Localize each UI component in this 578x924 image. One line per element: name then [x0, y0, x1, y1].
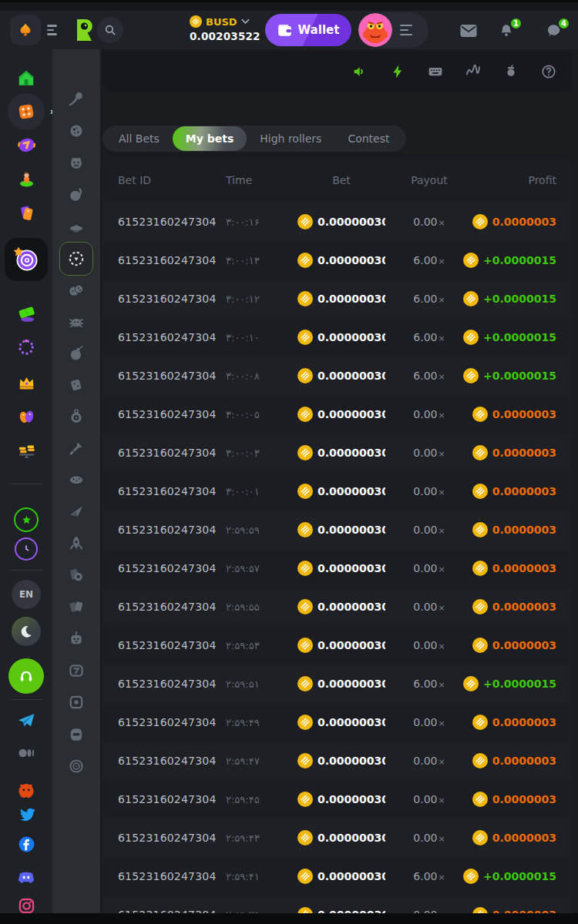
bet-row[interactable]: 61523160247304۲:۵۹:۵۳0.000000300.00×0.00…	[102, 626, 572, 665]
sidebar-item-telegram[interactable]	[0, 711, 52, 731]
profit-cell: +0.0000015	[463, 253, 556, 268]
chat-button[interactable]: 4	[544, 22, 564, 40]
bet-row[interactable]: 61523160247304۳:۰۰:۱۳0.000000306.00×+0.0…	[102, 241, 572, 280]
wallet-label: Wallet	[298, 23, 340, 37]
game-item-sword[interactable]	[52, 439, 100, 457]
game-item-slot-frame[interactable]	[52, 661, 100, 680]
turbo-icon[interactable]	[388, 62, 407, 81]
tab-all-bets[interactable]: All Bets	[106, 126, 173, 152]
game-item-fireball[interactable]	[52, 186, 100, 204]
sidebar-item-recent-clock[interactable]	[0, 537, 52, 561]
bet-row[interactable]: 61523160247304۳:۰۰:۰۵0.000000300.00×0.00…	[102, 395, 572, 434]
game-item-saucer[interactable]	[52, 470, 100, 489]
sidebar-item-refer-hug[interactable]	[0, 406, 52, 427]
sidebar-item-language[interactable]: EN	[0, 580, 52, 609]
game-item-cookies[interactable]	[52, 281, 100, 300]
game-item-flying-cards[interactable]	[52, 598, 100, 616]
sidebar-toggle-icon[interactable]	[47, 23, 62, 37]
game-item-pocket-watch[interactable]	[52, 407, 100, 426]
sidebar-item-github[interactable]	[0, 781, 52, 801]
sidebar-item-casino-dice[interactable]: ›	[0, 93, 52, 130]
sidebar-item-theme-moon[interactable]	[0, 617, 52, 646]
game-item-crash-comet[interactable]	[52, 89, 100, 108]
hotkeys-icon[interactable]	[426, 62, 445, 81]
sidebar-item-support-headset[interactable]	[0, 658, 52, 694]
bet-row[interactable]: 61523160247304۲:۵۹:۴۳0.000000300.00×0.00…	[102, 819, 572, 857]
bet-row[interactable]: 61523160247304۲:۵۹:۴۹0.000000300.00×0.00…	[102, 703, 572, 742]
payout-cell: 6.00×	[395, 870, 463, 882]
wallet-button[interactable]: Wallet	[265, 14, 351, 46]
bet-amount-cell: 0.00000030	[287, 214, 395, 229]
search-button[interactable]	[97, 17, 123, 43]
game-item-monster[interactable]	[52, 153, 100, 172]
bet-row[interactable]: 61523160247304۲:۵۹:۵۹0.000000300.00×0.00…	[102, 511, 572, 549]
game-item-origami[interactable]	[52, 502, 100, 521]
game-item-robot[interactable]	[52, 630, 100, 648]
bet-row[interactable]: 61523160247304۳:۰۰:۱۶0.000000300.00×0.00…	[102, 203, 572, 241]
avatar[interactable]	[358, 13, 392, 47]
bet-row[interactable]: 61523160247304۳:۰۰:۰۱0.000000300.00×0.00…	[102, 472, 572, 511]
bet-row[interactable]: 61523160247304۳:۰۰:۱۰0.000000306.00×+0.0…	[102, 318, 572, 357]
notifications-button[interactable]: 1	[496, 22, 516, 40]
spade-brand-button[interactable]	[10, 15, 41, 45]
game-item-crab[interactable]	[52, 313, 100, 331]
sidebar-item-bonus-ticket[interactable]	[0, 303, 52, 323]
bet-row[interactable]: 61523160247304۲:۵۹:۴۵0.000000300.00×0.00…	[102, 780, 572, 819]
help-icon[interactable]	[539, 62, 558, 81]
tab-my-bets[interactable]: My bets	[173, 126, 247, 151]
tab-high-rollers[interactable]: High rollers	[247, 126, 334, 152]
game-item-dice-cup[interactable]	[52, 376, 100, 394]
inbox-button[interactable]	[459, 22, 479, 40]
game-item-ufo[interactable]	[52, 218, 100, 236]
game-item-square-frame[interactable]	[52, 693, 100, 711]
busd-coin-icon	[472, 561, 488, 576]
sidebar-item-live-person[interactable]	[0, 169, 52, 189]
bet-row[interactable]: 61523160247304۲:۵۹:۳۹0.000000300.00×0.00…	[102, 896, 572, 913]
bet-amount: 0.00000030	[318, 254, 385, 266]
sidebar-item-dartboard-tile[interactable]	[0, 238, 52, 281]
bet-list-icon[interactable]	[400, 25, 414, 35]
game-item-bomb[interactable]	[52, 344, 100, 363]
sidebar-item-vip-crown[interactable]	[0, 372, 52, 393]
busd-coin-icon	[472, 407, 488, 422]
game-item-moon-ball[interactable]	[52, 122, 100, 140]
multiplier-symbol: ×	[438, 333, 445, 343]
sound-icon[interactable]	[351, 62, 369, 81]
stats-icon[interactable]	[464, 62, 482, 81]
bet-row[interactable]: 61523160247304۳:۰۰:۱۲0.000000306.00×+0.0…	[102, 280, 572, 318]
bet-row[interactable]: 61523160247304۲:۵۹:۴۷0.000000300.00×0.00…	[102, 742, 572, 780]
profit-amount: 0.0000003	[492, 716, 556, 728]
sidebar-item-discord[interactable]	[0, 867, 52, 887]
game-item-helmet[interactable]	[52, 725, 100, 744]
sidebar-item-medium[interactable]	[0, 744, 52, 762]
sidebar-item-rewards-star[interactable]	[0, 507, 52, 532]
column-header-profit: Profit	[463, 174, 556, 186]
currency-selector[interactable]: BUSD 0.00203522	[190, 15, 267, 42]
game-item-rings[interactable]	[52, 757, 100, 775]
main-content: All BetsMy betsHigh rollersContest Bet I…	[100, 49, 578, 913]
fairness-seed-icon[interactable]	[502, 62, 520, 81]
sidebar-item-slots-seven[interactable]	[0, 135, 52, 156]
sidebar-item-dots-ring[interactable]	[0, 337, 52, 357]
sidebar-item-twitter[interactable]	[0, 804, 52, 823]
bet-row[interactable]: 61523160247304۳:۰۰:۰۸0.000000306.00×+0.0…	[102, 357, 572, 395]
bet-row[interactable]: 61523160247304۲:۵۹:۵۷0.000000300.00×0.00…	[102, 549, 572, 588]
bet-row[interactable]: 61523160247304۲:۵۹:۵۵0.000000300.00×0.00…	[102, 588, 572, 626]
sidebar-item-home[interactable]	[0, 69, 52, 89]
payout-value: 0.00	[413, 793, 437, 805]
game-item-limbo-target[interactable]	[52, 242, 100, 276]
busd-coin-icon	[297, 445, 313, 460]
bcgame-logo[interactable]	[74, 18, 96, 42]
game-item-chip-cards[interactable]	[52, 566, 100, 584]
bet-row[interactable]: 61523160247304۲:۵۹:۴۱0.000000306.00×+0.0…	[102, 857, 572, 896]
game-item-rocket[interactable]	[52, 534, 100, 552]
bet-row[interactable]: 61523160247304۳:۰۰:۰۳0.000000300.00×0.00…	[102, 434, 572, 472]
sidebar-item-promo-tags[interactable]	[0, 203, 52, 223]
sidebar-item-gold-stack[interactable]	[0, 440, 52, 460]
multiplier-symbol: ×	[438, 757, 445, 767]
tab-contest[interactable]: Contest	[334, 126, 402, 152]
bet-row[interactable]: 61523160247304۲:۵۹:۵۱0.000000306.00×+0.0…	[102, 665, 572, 703]
payout-value: 0.00	[413, 447, 437, 459]
sidebar-item-facebook[interactable]	[0, 835, 52, 854]
bet-amount-cell: 0.00000030	[287, 830, 395, 845]
